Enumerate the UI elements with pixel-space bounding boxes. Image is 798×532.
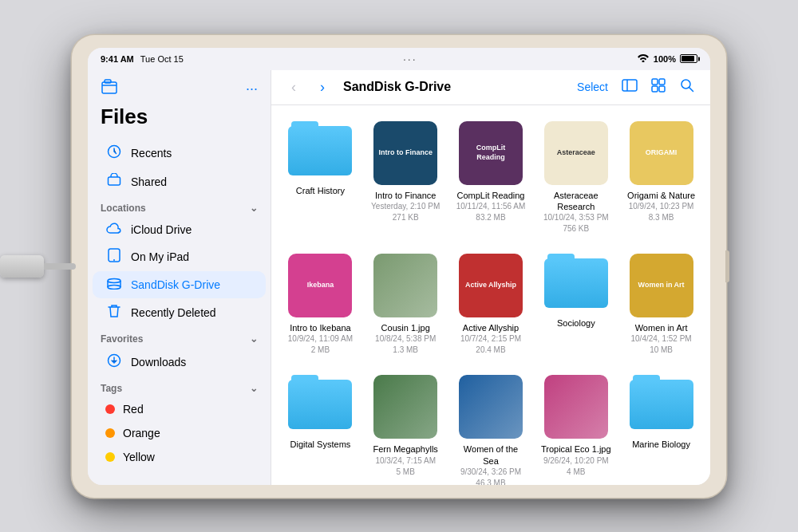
book-cover: Ikebana	[288, 254, 352, 317]
icloud-icon	[105, 223, 123, 237]
file-item[interactable]: Asteraceae Asteraceae Research 10/10/24,…	[536, 118, 615, 238]
orange-tag-dot	[105, 428, 115, 438]
photo-thumb	[373, 375, 437, 439]
status-time: 9:41 AM	[101, 54, 134, 64]
file-item[interactable]: Craft History	[281, 118, 360, 238]
red-tag-label: Red	[123, 403, 144, 416]
sidebar-title: Files	[88, 104, 271, 139]
photo-thumb	[459, 375, 523, 439]
folder-icon	[288, 375, 352, 429]
file-item[interactable]: Marine Biology	[622, 372, 701, 484]
sidebar-item-sandisk[interactable]: SandDisk G-Drive	[93, 271, 266, 298]
file-meta: 83.2 MB	[456, 212, 526, 223]
locations-chevron[interactable]: ⌄	[250, 203, 258, 214]
tags-chevron[interactable]: ⌄	[250, 383, 258, 394]
file-meta: 10/7/24, 2:15 PM	[460, 333, 521, 345]
status-date: Tue Oct 15	[140, 54, 184, 64]
toolbar-actions: Select	[572, 75, 699, 100]
side-button[interactable]	[725, 250, 729, 282]
view-sidebar-button[interactable]	[618, 75, 642, 100]
tablet-shell: 9:41 AM Tue Oct 15 ··· 100%	[72, 35, 726, 498]
status-icons: 100%	[637, 53, 697, 65]
file-meta: 271 KB	[371, 212, 440, 223]
status-center-dots: ···	[403, 53, 417, 65]
file-meta: 4 MB	[543, 467, 609, 478]
battery-text: 100%	[654, 54, 676, 64]
recents-label: Recents	[131, 147, 172, 160]
sidebar-item-shared[interactable]: Shared	[93, 167, 266, 196]
file-item[interactable]: Fern Megaphylls 10/3/24, 7:15 AM5 MB	[366, 372, 445, 484]
yellow-tag-dot	[105, 452, 115, 462]
favorites-chevron[interactable]: ⌄	[250, 333, 258, 345]
icloud-label: iCloud Drive	[131, 223, 192, 236]
main-content: ‹ › SandDisk G-Drive Select	[271, 70, 710, 485]
app-body: ··· Files Recents Shared	[88, 70, 710, 485]
sidebar-item-downloads[interactable]: Downloads	[93, 348, 266, 376]
deleted-label: Recently Deleted	[131, 306, 216, 319]
file-item[interactable]: Ikebana Intro to Ikebana 10/9/24, 11:09 …	[281, 250, 360, 359]
forward-button[interactable]: ›	[311, 76, 334, 99]
file-item[interactable]: Active Allyship Active Allyship 10/7/24,…	[452, 250, 531, 359]
file-name: Digital Systems	[290, 439, 351, 450]
sidebar-item-ipad[interactable]: On My iPad	[93, 242, 266, 271]
file-name: Fern Megaphylls	[373, 443, 438, 455]
search-button[interactable]	[675, 75, 699, 100]
downloads-label: Downloads	[131, 356, 186, 368]
file-item[interactable]: Digital Systems	[281, 372, 360, 484]
sidebar-item-icloud[interactable]: iCloud Drive	[93, 217, 266, 242]
drive-icon	[105, 277, 123, 293]
file-date-size: 10/9/24, 10:23 PM8.3 MB	[629, 201, 694, 223]
shared-label: Shared	[131, 175, 167, 188]
folder-icon	[288, 121, 352, 175]
sidebar-item-tag-yellow[interactable]: Yellow	[93, 445, 266, 469]
svg-rect-13	[652, 86, 658, 92]
file-item[interactable]: CompLit Reading CompLit Reading 10/11/24…	[452, 118, 531, 238]
file-date-size: 10/8/24, 5:38 PM1.3 MB	[375, 333, 436, 356]
battery-icon	[680, 54, 697, 63]
file-meta: 10/4/24, 1:52 PM	[631, 333, 692, 345]
file-item[interactable]: Cousin 1.jpg 10/8/24, 5:38 PM1.3 MB	[366, 250, 445, 359]
file-meta: 9/30/24, 3:26 PM	[460, 467, 521, 478]
back-button[interactable]: ‹	[282, 76, 305, 99]
file-item[interactable]: Women of the Sea 9/30/24, 3:26 PM46.3 MB	[452, 372, 531, 484]
file-meta: 10/9/24, 11:09 AM	[288, 333, 353, 345]
shared-icon	[105, 173, 123, 191]
usb-cable	[0, 255, 76, 278]
photo-thumb	[373, 254, 437, 317]
file-meta: 10/11/24, 11:56 AM	[456, 201, 526, 212]
toolbar: ‹ › SandDisk G-Drive Select	[271, 70, 710, 105]
sidebar-item-tag-orange[interactable]: Orange	[93, 421, 266, 445]
book-cover: Active Allyship	[459, 254, 523, 317]
sidebar-item-tag-red[interactable]: Red	[93, 397, 266, 421]
sidebar-more-button[interactable]: ···	[246, 81, 258, 97]
screen: 9:41 AM Tue Oct 15 ··· 100%	[88, 48, 710, 485]
file-date-size: 10/10/24, 3:53 PM756 KB	[543, 212, 609, 234]
book-cover: Women in Art	[630, 254, 693, 317]
ipad-icon	[105, 248, 123, 266]
file-item[interactable]: Tropical Eco 1.jpg 9/26/24, 10:20 PM4 MB	[536, 372, 615, 484]
select-button[interactable]: Select	[572, 77, 613, 97]
svg-rect-11	[652, 79, 658, 85]
file-date-size: Yesterday, 2:10 PM271 KB	[371, 201, 440, 223]
file-item[interactable]: Sociology	[536, 250, 615, 359]
file-item[interactable]: Women in Art Women in Art 10/4/24, 1:52 …	[622, 250, 701, 359]
sidebar: ··· Files Recents Shared	[88, 70, 271, 485]
file-item[interactable]: ORIGAMI Origami & Nature 10/9/24, 10:23 …	[622, 118, 701, 238]
locations-section: Locations ⌄	[88, 196, 271, 217]
sidebar-item-recents[interactable]: Recents	[93, 139, 266, 167]
file-name: Sociology	[557, 317, 595, 329]
file-name: Women of the Sea	[455, 443, 527, 467]
file-meta: 8.3 MB	[629, 212, 694, 223]
svg-line-16	[689, 87, 693, 91]
file-date-size: 10/11/24, 11:56 AM83.2 MB	[456, 201, 526, 223]
orange-tag-label: Orange	[123, 427, 160, 439]
file-item[interactable]: Intro to Finance Intro to Finance Yester…	[366, 118, 445, 238]
file-date-size: 9/30/24, 3:26 PM46.3 MB	[460, 467, 521, 485]
file-name: Active Allyship	[463, 322, 519, 333]
grid-view-button[interactable]	[646, 75, 670, 100]
file-name: Women in Art	[635, 322, 688, 333]
file-meta: Yesterday, 2:10 PM	[371, 201, 440, 212]
trash-icon	[105, 304, 123, 321]
status-bar: 9:41 AM Tue Oct 15 ··· 100%	[88, 48, 710, 70]
sidebar-item-deleted[interactable]: Recently Deleted	[93, 298, 266, 327]
